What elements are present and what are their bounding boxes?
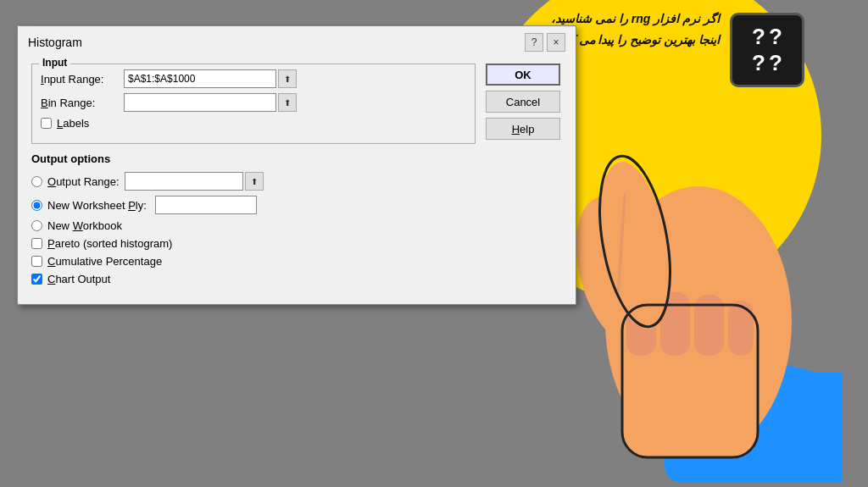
- svg-rect-8: [728, 301, 754, 356]
- labels-row: Labels: [41, 117, 466, 130]
- new-workbook-radio[interactable]: [31, 220, 42, 231]
- help-title-button[interactable]: ?: [525, 33, 543, 52]
- bin-range-label: Bin Range:: [41, 97, 117, 109]
- input-range-arrow-button[interactable]: ⬆: [278, 69, 297, 88]
- new-worksheet-field[interactable]: [155, 196, 257, 214]
- new-worksheet-row: New Worksheet Ply:: [31, 196, 476, 214]
- output-range-row: Output Range: ⬆: [31, 172, 476, 191]
- output-range-input-wrapper: ⬆: [125, 172, 264, 191]
- dialog-right-panel: OK Cancel Help: [486, 64, 562, 291]
- input-range-row: Input Range: ⬆: [41, 69, 466, 88]
- bin-range-field[interactable]: [124, 93, 276, 112]
- output-options-section: Output options Output Range: ⬆: [31, 152, 476, 285]
- chart-output-checkbox[interactable]: [31, 274, 42, 285]
- dialog-left-panel: Input Input Range: ⬆ Bin Range:: [31, 64, 476, 291]
- new-workbook-radio-label[interactable]: New Workbook: [47, 219, 122, 232]
- dialog-titlebar: Histogram ? ×: [18, 26, 576, 57]
- chart-output-row: Chart Output: [31, 273, 476, 285]
- cumulative-row: Cumulative Percentage: [31, 255, 476, 268]
- labels-label[interactable]: Labels: [57, 117, 89, 130]
- cancel-button[interactable]: Cancel: [486, 91, 560, 113]
- bin-range-row: Bin Range: ⬆: [41, 93, 466, 112]
- histogram-dialog: Histogram ? × Input Input Range: ⬆: [17, 25, 576, 305]
- output-options-label: Output options: [31, 152, 476, 165]
- bin-range-arrow-button[interactable]: ⬆: [278, 93, 297, 112]
- pareto-row: Pareto (sorted histogram): [31, 237, 476, 250]
- pareto-label[interactable]: Pareto (sorted histogram): [47, 237, 172, 250]
- input-section: Input Input Range: ⬆ Bin Range:: [31, 64, 476, 144]
- output-range-radio-label[interactable]: Output Range:: [47, 175, 120, 188]
- dialog-body: Input Input Range: ⬆ Bin Range:: [18, 57, 576, 304]
- output-range-radio[interactable]: [31, 176, 42, 187]
- chart-output-label[interactable]: Chart Output: [47, 273, 110, 285]
- input-section-label: Input: [39, 57, 70, 69]
- input-range-label: Input Range:: [41, 73, 117, 86]
- close-title-button[interactable]: ×: [547, 33, 565, 52]
- help-button[interactable]: Help: [486, 118, 560, 140]
- new-worksheet-radio[interactable]: [31, 200, 42, 211]
- new-worksheet-radio-label[interactable]: New Worksheet Ply:: [47, 199, 147, 212]
- new-workbook-row: New Workbook: [31, 219, 476, 232]
- labels-checkbox[interactable]: [41, 118, 52, 129]
- cumulative-label[interactable]: Cumulative Percentage: [47, 255, 162, 268]
- cumulative-checkbox[interactable]: [31, 256, 42, 267]
- bin-range-wrapper: ⬆: [124, 93, 297, 112]
- pareto-checkbox[interactable]: [31, 238, 42, 249]
- output-range-arrow-button[interactable]: ⬆: [245, 172, 264, 191]
- output-range-field[interactable]: [125, 172, 243, 191]
- question-box: ? ? ? ?: [730, 13, 804, 87]
- titlebar-controls: ? ×: [525, 33, 565, 52]
- input-range-field[interactable]: [124, 69, 276, 88]
- input-range-wrapper: ⬆: [124, 69, 297, 88]
- dialog-title: Histogram: [28, 36, 82, 49]
- ok-button[interactable]: OK: [486, 64, 560, 86]
